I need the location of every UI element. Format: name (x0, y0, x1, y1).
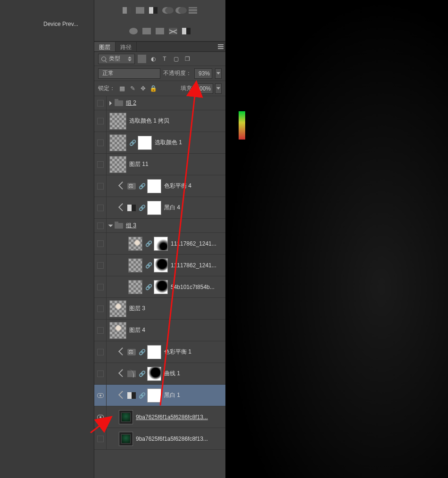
layers-list[interactable]: 组 2 选取颜色 1 拷贝 🔗 选取颜色 1 (94, 96, 225, 450)
layer-group-3[interactable]: 组 3 (94, 219, 225, 233)
layer-thumbnail[interactable] (128, 280, 142, 294)
layer-thumbnail[interactable] (119, 410, 133, 424)
layer-name[interactable]: 9ba7625f6f1a5f6286fc8f13... (136, 436, 208, 442)
preset-grid-icon[interactable] (189, 7, 197, 14)
lock-all-icon[interactable]: 🔒 (150, 85, 157, 92)
visibility-eye-icon[interactable] (97, 393, 104, 398)
layer-mask-thumbnail[interactable] (147, 179, 161, 193)
layer-4[interactable]: 图层 4 (94, 320, 225, 341)
preset-brush-icon[interactable] (129, 28, 138, 34)
panel-menu-button[interactable] (216, 42, 225, 51)
preset-square-icon[interactable] (182, 28, 191, 34)
visibility-toggle[interactable] (97, 118, 104, 124)
layer-thumbnail[interactable] (109, 134, 126, 151)
link-icon[interactable]: 🔗 (139, 183, 144, 190)
visibility-toggle[interactable] (97, 436, 104, 442)
filter-adjustment-icon[interactable]: ◐ (149, 55, 158, 63)
lock-pixels-icon[interactable]: ✎ (129, 85, 136, 92)
preset-channel-icon[interactable] (175, 7, 184, 14)
link-icon[interactable]: 🔗 (145, 262, 151, 269)
tab-paths[interactable]: 路径 (116, 42, 137, 51)
layer-name[interactable]: 组 3 (126, 222, 136, 230)
preset-x-icon[interactable] (169, 28, 177, 34)
layer-thumbnail[interactable] (109, 322, 126, 339)
layer-group-2[interactable]: 组 2 (94, 96, 225, 110)
layer-mask-thumbnail[interactable] (154, 258, 168, 272)
preset-icon[interactable] (123, 7, 131, 14)
preset-bw-icon[interactable] (149, 7, 158, 14)
visibility-toggle[interactable] (97, 349, 104, 355)
layer-smart-object-2[interactable]: 9ba7625f6f1a5f6286fc8f13... (94, 428, 225, 450)
visibility-eye-icon[interactable] (97, 415, 104, 420)
link-icon[interactable]: 🔗 (145, 240, 151, 247)
layer-name[interactable]: 黑白 4 (164, 204, 180, 212)
filter-type-icon[interactable]: T (160, 55, 169, 63)
layer-mask-thumbnail[interactable] (154, 237, 168, 251)
opacity-dropdown-button[interactable] (215, 68, 222, 79)
layer-mask-thumbnail[interactable] (147, 201, 161, 215)
visibility-toggle[interactable] (97, 262, 104, 269)
layer-thumbnail[interactable] (119, 432, 133, 446)
layer-thumbnail[interactable] (109, 113, 126, 130)
layer-name[interactable]: 11117862_1241... (171, 262, 216, 269)
layer-color-balance-1[interactable]: 🔗 色彩平衡 1 (94, 341, 225, 363)
filter-shape-icon[interactable]: ▢ (172, 55, 180, 63)
visibility-toggle[interactable] (97, 205, 104, 211)
device-preview-tab[interactable]: Device Prev... (43, 21, 78, 27)
layer-11[interactable]: 图层 11 (94, 154, 225, 175)
visibility-toggle[interactable] (97, 240, 104, 247)
blend-mode-select[interactable]: 正常 (98, 68, 160, 79)
layer-name[interactable]: 图层 3 (129, 305, 145, 313)
lock-position-icon[interactable]: ✥ (140, 85, 146, 92)
visibility-toggle[interactable] (97, 223, 104, 229)
layer-name[interactable]: 组 2 (126, 99, 136, 107)
link-icon[interactable]: 🔗 (139, 349, 144, 355)
layer-bw-4[interactable]: 🔗 黑白 4 (94, 197, 225, 219)
layer-mask-thumbnail[interactable] (147, 367, 161, 381)
preset-overlap-icon[interactable] (162, 7, 171, 14)
layer-name[interactable]: 曲线 1 (164, 370, 180, 378)
layer-image-3[interactable]: 🔗 54b101c7t854b... (94, 276, 225, 298)
layer-curves-1[interactable]: 🔗 曲线 1 (94, 363, 225, 385)
preset-balance-icon[interactable] (136, 7, 144, 14)
chevron-right-icon[interactable] (109, 101, 112, 106)
preset-pattern-icon[interactable] (156, 28, 164, 34)
visibility-toggle[interactable] (97, 183, 104, 190)
layer-thumbnail[interactable] (109, 300, 126, 317)
layer-name[interactable]: 11117862_1241... (171, 240, 216, 247)
layer-image-1[interactable]: 🔗 11117862_1241... (94, 233, 225, 255)
layer-mask-thumbnail[interactable] (138, 136, 152, 150)
layer-selective-color-1[interactable]: 🔗 选取颜色 1 (94, 132, 225, 154)
preset-gradient-icon[interactable] (142, 28, 151, 34)
link-icon[interactable]: 🔗 (139, 392, 144, 399)
layer-name[interactable]: 黑白 1 (164, 391, 180, 399)
layer-bw-1[interactable]: 🔗 黑白 1 (94, 385, 225, 406)
layer-color-balance-4[interactable]: 🔗 色彩平衡 4 (94, 175, 225, 197)
layer-thumbnail[interactable] (128, 258, 142, 272)
visibility-toggle[interactable] (97, 284, 104, 290)
visibility-toggle[interactable] (97, 305, 104, 312)
link-icon[interactable]: 🔗 (129, 140, 135, 146)
chevron-down-icon[interactable] (108, 224, 113, 227)
layer-name[interactable]: 图层 11 (129, 160, 149, 168)
opacity-input[interactable]: 93% (194, 68, 212, 79)
layer-3[interactable]: 图层 3 (94, 298, 225, 320)
layer-thumbnail[interactable] (109, 156, 126, 173)
layer-image-2[interactable]: 🔗 11117862_1241... (94, 255, 225, 276)
layer-name[interactable]: 色彩平衡 1 (164, 348, 191, 356)
tab-layers[interactable]: 图层 (94, 42, 116, 51)
fill-input[interactable]: 100% (194, 83, 213, 94)
layer-name[interactable]: 选取颜色 1 (155, 139, 182, 147)
layer-name[interactable]: 选取颜色 1 拷贝 (129, 117, 169, 125)
visibility-toggle[interactable] (97, 140, 104, 146)
link-icon[interactable]: 🔗 (145, 284, 151, 290)
visibility-toggle[interactable] (97, 100, 104, 107)
link-icon[interactable]: 🔗 (139, 205, 144, 211)
layer-selective-color-copy[interactable]: 选取颜色 1 拷贝 (94, 110, 225, 132)
filter-kind-select[interactable]: 类型 (98, 54, 135, 64)
layer-smart-object-1[interactable]: 9ba7625f6f1a5f6286fc8f13... (94, 406, 225, 428)
visibility-toggle[interactable] (97, 161, 104, 168)
visibility-toggle[interactable] (97, 371, 104, 377)
filter-pixel-icon[interactable] (138, 55, 146, 63)
lock-transparency-icon[interactable]: ▩ (119, 85, 125, 92)
